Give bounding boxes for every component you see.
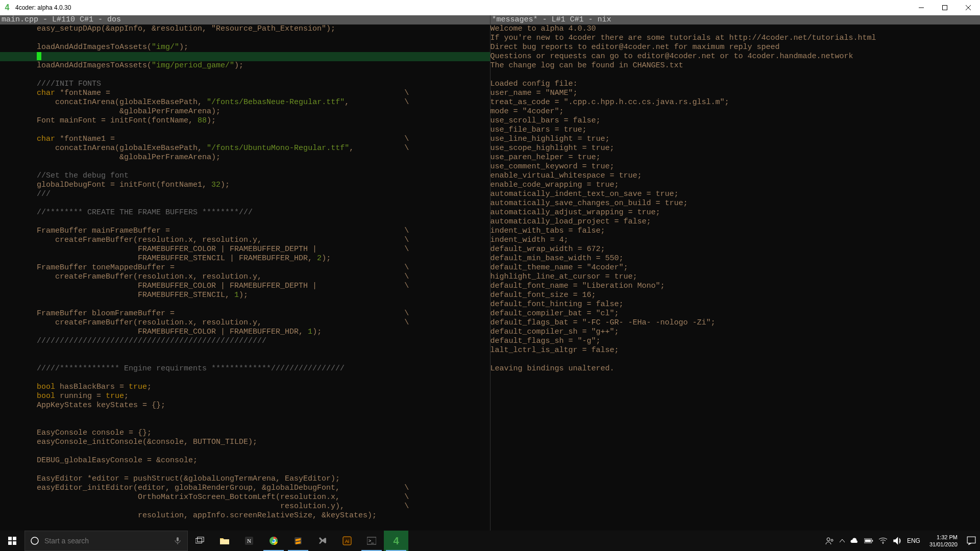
minimize-button[interactable] — [910, 0, 933, 15]
maximize-button[interactable] — [933, 0, 957, 15]
editor-area: main.cpp - L#110 C#1 - dos easy_setupDAp… — [0, 15, 980, 531]
message-line: lalt_lctrl_is_altgr = false; — [491, 346, 981, 355]
code-line[interactable]: FRAMEBUFFER_STENCIL, 1); — [0, 291, 490, 300]
code-line[interactable]: concatInArena(globalExeBasePath, "/fonts… — [0, 98, 490, 107]
message-line: The change log can be found in CHANGES.t… — [491, 61, 981, 70]
code-line[interactable]: FrameBuffer bloomFrameBuffer = \ — [0, 309, 490, 318]
code-line[interactable]: char *fontName1 = \ — [0, 135, 490, 144]
taskbar-app-notion[interactable]: N — [237, 531, 261, 551]
code-line[interactable] — [0, 447, 490, 456]
code-line[interactable]: easy_setupDApp(&appInfo, &resolution, "R… — [0, 24, 490, 34]
code-line[interactable]: OrthoMatrixToScreen_BottomLeft(resolutio… — [0, 493, 490, 502]
code-line[interactable] — [0, 217, 490, 227]
code-line[interactable] — [0, 373, 490, 383]
message-line: enable_virtual_whitespace = true; — [491, 171, 981, 181]
code-line[interactable]: createFrameBuffer(resolution.x, resoluti… — [0, 318, 490, 328]
language-indicator[interactable]: ENG — [907, 537, 920, 544]
clock[interactable]: 1:32 PM 31/01/2020 — [925, 534, 962, 548]
code-line[interactable]: char *fontName = \ — [0, 89, 490, 98]
volume-icon[interactable] — [893, 536, 902, 545]
svg-rect-9 — [177, 537, 179, 541]
code-line[interactable]: FRAMEBUFFER_COLOR | FRAMEBUFFER_DEPTH | … — [0, 282, 490, 291]
svg-rect-12 — [198, 537, 204, 542]
code-line[interactable]: FrameBuffer toneMappedBuffer = \ — [0, 263, 490, 272]
terminal-icon: >_ — [367, 536, 376, 545]
code-line[interactable]: loadAndAddImagesToAssets("img/"); — [0, 43, 490, 52]
svg-point-8 — [31, 537, 38, 544]
code-line[interactable] — [0, 162, 490, 171]
taskbar-app-4coder[interactable]: 4 — [384, 531, 408, 551]
code-line[interactable]: ////////////////////////////////////////… — [0, 337, 490, 346]
code-editor[interactable]: easy_setupDApp(&appInfo, &resolution, "R… — [0, 24, 490, 531]
code-line[interactable]: DEBUG_globalEasyConsole = &console; — [0, 456, 490, 465]
code-line[interactable]: /// — [0, 190, 490, 199]
code-line[interactable] — [0, 52, 490, 61]
task-view-button[interactable] — [188, 531, 212, 551]
code-line[interactable] — [0, 419, 490, 429]
action-center-icon[interactable] — [967, 536, 976, 545]
code-line[interactable]: globalDebugFont = initFont(fontName1, 32… — [0, 181, 490, 190]
app-icon: 4 — [3, 4, 11, 12]
svg-rect-4 — [8, 537, 12, 540]
taskbar-app-illustrator[interactable]: Ai — [335, 531, 359, 551]
system-tray: ENG 1:32 PM 31/01/2020 — [821, 531, 980, 551]
code-line[interactable]: createFrameBuffer(resolution.x, resoluti… — [0, 272, 490, 282]
search-input[interactable] — [44, 537, 168, 545]
code-line[interactable]: &globalPerFrameArena); — [0, 107, 490, 116]
battery-icon[interactable] — [864, 536, 873, 545]
code-line[interactable] — [0, 70, 490, 80]
code-line[interactable] — [0, 355, 490, 364]
messages-buffer[interactable]: Welcome to alpha 4.0.30If you're new to … — [491, 24, 981, 531]
code-line[interactable] — [0, 346, 490, 355]
taskbar-app-chrome[interactable] — [261, 531, 286, 551]
code-line[interactable]: //******** CREATE THE FRAME BUFFERS ****… — [0, 208, 490, 217]
people-icon[interactable] — [825, 536, 835, 545]
code-line[interactable] — [0, 34, 490, 43]
code-line[interactable] — [0, 199, 490, 208]
code-line[interactable]: AppKeyStates keyStates = {}; — [0, 401, 490, 410]
code-line[interactable] — [0, 465, 490, 474]
message-line — [491, 355, 981, 364]
start-button[interactable] — [0, 531, 24, 551]
code-line[interactable]: resolution.y), \ — [0, 502, 490, 511]
taskbar-app-terminal[interactable]: >_ — [359, 531, 384, 551]
sublime-icon — [293, 536, 303, 545]
message-line: highlight_line_at_cursor = true; — [491, 272, 981, 282]
onedrive-icon[interactable] — [850, 536, 859, 545]
code-line[interactable]: FRAMEBUFFER_COLOR | FRAMEBUFFER_HDR, 1); — [0, 328, 490, 337]
code-line[interactable]: bool running = true; — [0, 392, 490, 401]
code-line[interactable]: //Set the debug font — [0, 171, 490, 181]
code-line[interactable]: EasyConsole console = {}; — [0, 429, 490, 438]
svg-rect-11 — [195, 539, 202, 543]
window-titlebar: 4 4coder: alpha 4.0.30 — [0, 0, 980, 15]
code-line[interactable]: resolution, appInfo.screenRelativeSize, … — [0, 511, 490, 520]
wifi-icon[interactable] — [878, 536, 888, 545]
code-line[interactable]: easyConsole_initConsole(&console, BUTTON… — [0, 438, 490, 447]
svg-rect-27 — [865, 540, 871, 542]
microphone-icon[interactable] — [173, 536, 182, 545]
code-line[interactable] — [0, 300, 490, 309]
taskbar-app-vs[interactable] — [310, 531, 335, 551]
code-line[interactable]: FrameBuffer mainFrameBuffer = \ — [0, 227, 490, 236]
code-line[interactable]: FRAMEBUFFER_COLOR | FRAMEBUFFER_DEPTH | … — [0, 245, 490, 254]
taskbar-app-explorer[interactable] — [212, 531, 237, 551]
code-line[interactable] — [0, 126, 490, 135]
code-line[interactable]: ////INIT FONTS — [0, 80, 490, 89]
message-line: automatically_save_changes_on_build = tr… — [491, 199, 981, 208]
code-line[interactable]: FRAMEBUFFER_STENCIL | FRAMEBUFFER_HDR, 2… — [0, 254, 490, 263]
code-line[interactable]: Font mainFont = initFont(fontName, 88); — [0, 116, 490, 126]
code-line[interactable]: loadAndAddImagesToAssets("img/period_gam… — [0, 61, 490, 70]
code-line[interactable]: &globalPerFrameArena); — [0, 153, 490, 162]
message-line: use_file_bars = true; — [491, 126, 981, 135]
code-line[interactable]: concatInArena(globalExeBasePath, "/fonts… — [0, 144, 490, 153]
code-line[interactable]: easyEditor_initEditor(editor, globalRend… — [0, 484, 490, 493]
code-line[interactable] — [0, 410, 490, 419]
taskbar-app-sublime[interactable] — [286, 531, 310, 551]
code-line[interactable]: EasyEditor *editor = pushStruct(&globalL… — [0, 474, 490, 484]
search-box[interactable] — [24, 531, 188, 551]
close-button[interactable] — [957, 0, 980, 15]
code-line[interactable]: bool hasBlackBars = true; — [0, 383, 490, 392]
code-line[interactable]: createFrameBuffer(resolution.x, resoluti… — [0, 236, 490, 245]
code-line[interactable]: /////************* Engine requirments **… — [0, 364, 490, 373]
tray-expand-icon[interactable] — [840, 536, 845, 545]
